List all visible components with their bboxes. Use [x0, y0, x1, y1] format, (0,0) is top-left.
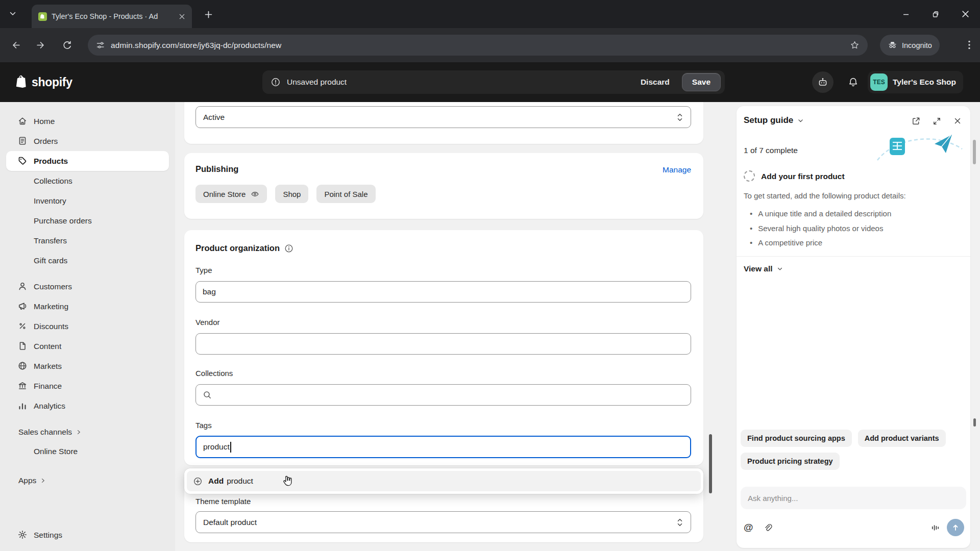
- sidebar-item-label: Content: [34, 342, 61, 351]
- sidebar-item-gift-cards[interactable]: Gift cards: [6, 251, 169, 270]
- sidebar-item-products[interactable]: Products: [6, 151, 169, 171]
- sidebar-nav: Home Orders Products Collections Invento…: [0, 102, 175, 551]
- close-window-button[interactable]: [950, 0, 980, 28]
- sidebar-item-purchase-orders[interactable]: Purchase orders: [6, 211, 169, 231]
- minimize-button[interactable]: [891, 0, 921, 28]
- sidebar-item-analytics[interactable]: Analytics: [6, 396, 169, 416]
- panel-scrollbar-thumb[interactable]: [973, 140, 976, 164]
- back-arrow-icon: [11, 40, 21, 50]
- bullet-item: •Several high quality photos or videos: [750, 221, 891, 236]
- bullet-dot: •: [750, 236, 752, 251]
- suggestion-chip-variants[interactable]: Add product variants: [858, 430, 946, 447]
- shopify-topbar: shopify Unsaved product Discard Save TES…: [0, 62, 980, 102]
- shopify-bag-icon: [14, 74, 28, 90]
- close-panel-button[interactable]: [951, 114, 964, 128]
- sidebar-item-collections[interactable]: Collections: [6, 171, 169, 191]
- view-all-button[interactable]: View all: [744, 264, 783, 273]
- sidebar-item-online-store[interactable]: Online Store: [6, 441, 169, 461]
- sidebar-item-settings[interactable]: Settings: [6, 525, 169, 545]
- card-title-text: Product organization: [195, 243, 280, 253]
- vendor-input[interactable]: [195, 333, 691, 355]
- status-select[interactable]: Active: [195, 106, 691, 128]
- ask-anything-input[interactable]: [741, 487, 966, 509]
- page-content: Home Orders Products Collections Invento…: [0, 102, 980, 551]
- sidebar-item-home[interactable]: Home: [6, 111, 169, 131]
- sidebar-item-orders[interactable]: Orders: [6, 131, 169, 151]
- discard-button[interactable]: Discard: [633, 73, 677, 91]
- tab-search-button[interactable]: [4, 5, 21, 22]
- step-progress-circle[interactable]: [744, 170, 755, 182]
- channel-chip-online-store[interactable]: Online Store: [195, 185, 267, 203]
- maximize-button[interactable]: [921, 0, 950, 28]
- main-content: Active Publishing Manage Online Store S: [175, 102, 736, 551]
- collections-input[interactable]: [195, 384, 691, 406]
- shopify-logo[interactable]: shopify: [14, 74, 72, 90]
- url-text[interactable]: admin.shopify.com/store/jy63jq-dc/produc…: [111, 41, 281, 50]
- tab-close-button[interactable]: [177, 11, 187, 21]
- theme-template-label: Theme template: [195, 497, 251, 506]
- sidebar-item-marketing[interactable]: Marketing: [6, 296, 169, 316]
- send-button[interactable]: [947, 519, 964, 536]
- theme-template-select[interactable]: Default product: [195, 511, 691, 533]
- new-tab-button[interactable]: [202, 8, 214, 20]
- mention-at-icon[interactable]: @: [744, 522, 753, 533]
- voice-input-icon[interactable]: [930, 523, 940, 533]
- view-all-label: View all: [744, 264, 773, 273]
- channel-chip-point-of-sale[interactable]: Point of Sale: [316, 185, 375, 203]
- browser-menu-button[interactable]: [960, 35, 979, 55]
- attach-paperclip-icon[interactable]: [763, 523, 773, 533]
- incognito-badge: Incognito: [880, 35, 940, 56]
- forward-button[interactable]: [31, 35, 50, 55]
- status-card: Active: [184, 102, 703, 144]
- expand-panel-button[interactable]: [930, 114, 943, 128]
- add-tag-option[interactable]: Add product: [187, 471, 701, 491]
- type-label: Type: [195, 266, 212, 274]
- info-icon[interactable]: [284, 244, 293, 253]
- tags-input[interactable]: product: [195, 436, 691, 458]
- sidebar-item-inventory[interactable]: Inventory: [6, 191, 169, 211]
- sidebar-item-label: Discounts: [34, 322, 68, 331]
- collections-label: Collections: [195, 369, 233, 378]
- chevron-down-icon: [797, 117, 804, 124]
- channel-chip-shop[interactable]: Shop: [275, 185, 308, 203]
- suggestion-chip-sourcing-apps[interactable]: Find product sourcing apps: [741, 430, 852, 447]
- page-scrollbar-thumb[interactable]: [973, 418, 976, 427]
- sidebar-item-markets[interactable]: Markets: [6, 356, 169, 376]
- sidebar-item-label: Analytics: [34, 402, 65, 411]
- account-menu[interactable]: TES Tyler's Eco Shop: [868, 71, 963, 93]
- browser-tab[interactable]: Tyler's Eco Shop - Products · Ad: [32, 5, 192, 28]
- reload-button[interactable]: [57, 35, 77, 55]
- sidebar-item-discounts[interactable]: Discounts: [6, 316, 169, 336]
- address-bar[interactable]: admin.shopify.com/store/jy63jq-dc/produc…: [88, 35, 868, 56]
- sidekick-assistant-button[interactable]: [812, 71, 834, 93]
- bookmark-star-icon[interactable]: [850, 40, 860, 50]
- publishing-card: Publishing Manage Online Store Shop Poin…: [184, 153, 703, 219]
- sidebar-item-finance[interactable]: Finance: [6, 376, 169, 396]
- plus-icon: [205, 11, 212, 18]
- back-button[interactable]: [6, 35, 26, 55]
- sidebar-item-customers[interactable]: Customers: [6, 277, 169, 296]
- setup-guide-illustration: [874, 127, 966, 170]
- divider: [737, 256, 970, 257]
- manage-link[interactable]: Manage: [663, 165, 691, 174]
- sidebar-item-transfers[interactable]: Transfers: [6, 231, 169, 251]
- save-button[interactable]: Save: [682, 73, 721, 91]
- sidebar-section-apps[interactable]: Apps: [0, 471, 175, 490]
- type-input[interactable]: bag: [195, 281, 691, 303]
- mouse-cursor: [280, 474, 295, 489]
- suggestion-chip-pricing[interactable]: Product pricing strategy: [741, 453, 840, 470]
- setup-guide-title[interactable]: Setup guide: [744, 115, 804, 126]
- sidebar-item-content[interactable]: Content: [6, 336, 169, 356]
- bullet-item: •A competitive price: [750, 236, 891, 251]
- open-in-new-button[interactable]: [909, 114, 922, 128]
- tune-icon[interactable]: [96, 41, 105, 49]
- select-chevrons-icon: [675, 112, 685, 123]
- tags-input-value: product: [203, 442, 230, 452]
- theme-select-value: Default product: [203, 518, 257, 527]
- shopify-favicon-icon: [38, 12, 47, 21]
- sidebar-section-sales-channels[interactable]: Sales channels: [0, 423, 175, 441]
- marketing-icon: [17, 301, 28, 311]
- screen: Tyler's Eco Shop - Products · Ad: [0, 0, 980, 551]
- main-scrollbar-thumb[interactable]: [709, 434, 712, 493]
- notifications-button[interactable]: [844, 73, 862, 91]
